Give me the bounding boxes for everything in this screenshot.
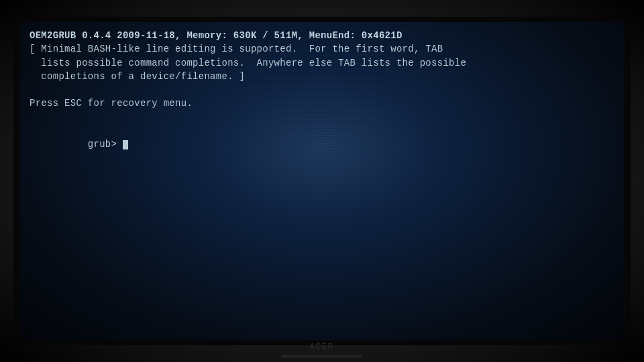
terminal-line-1: OEM2GRUB 0.4.4 2009-11-18, Memory: 630K … [30, 29, 614, 42]
terminal-blank-2 [30, 111, 614, 124]
terminal-line-3: lists possible command completions. Anyw… [30, 56, 614, 70]
monitor-logo: ACER [310, 343, 334, 350]
terminal-line-2: [ Minimal BASH-like line editing is supp… [30, 42, 614, 56]
cursor [123, 140, 128, 149]
terminal-display[interactable]: OEM2GRUB 0.4.4 2009-11-18, Memory: 630K … [20, 22, 624, 340]
monitor-outer: OEM2GRUB 0.4.4 2009-11-18, Memory: 630K … [0, 0, 644, 362]
monitor-stand [282, 355, 362, 359]
terminal-line-prompt: grub> [30, 124, 614, 165]
terminal-blank-1 [30, 83, 614, 97]
terminal-line-4: completions of a device/filename. ] [30, 70, 614, 83]
terminal-content: OEM2GRUB 0.4.4 2009-11-18, Memory: 630K … [30, 29, 614, 165]
screen-frame: OEM2GRUB 0.4.4 2009-11-18, Memory: 630K … [13, 17, 631, 345]
terminal-line-press: Press ESC for recovery menu. [30, 97, 614, 110]
prompt-text: grub> [88, 139, 123, 149]
